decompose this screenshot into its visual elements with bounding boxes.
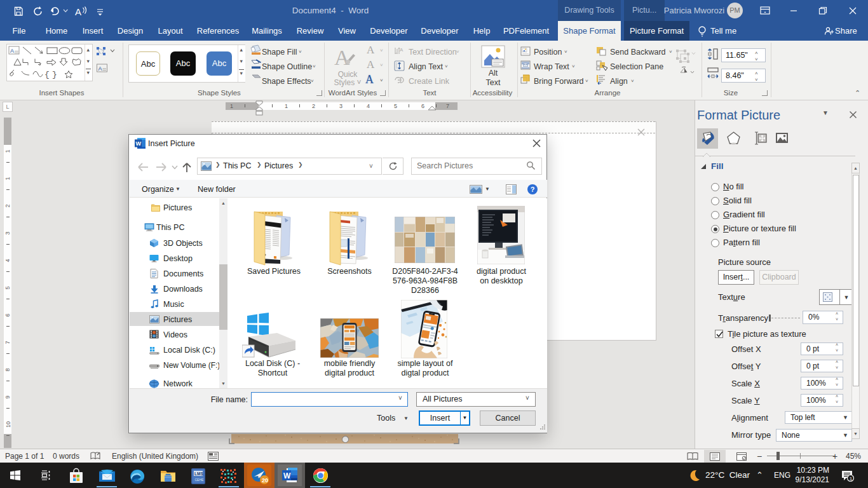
svg-text:A: A xyxy=(334,46,350,69)
svg-text:A: A xyxy=(98,65,102,72)
svg-text:{: { xyxy=(44,70,50,79)
svg-text:A: A xyxy=(75,6,81,17)
svg-text:CEHE: CEHE xyxy=(195,478,205,482)
svg-text:A: A xyxy=(400,47,403,53)
svg-text:W: W xyxy=(283,471,291,480)
svg-text:W: W xyxy=(136,140,142,147)
svg-text:}: } xyxy=(52,70,57,79)
svg-text:20: 20 xyxy=(262,477,268,484)
svg-text:A: A xyxy=(10,48,14,54)
svg-text:LMS: LMS xyxy=(194,471,203,476)
svg-text:1: 1 xyxy=(850,476,853,482)
